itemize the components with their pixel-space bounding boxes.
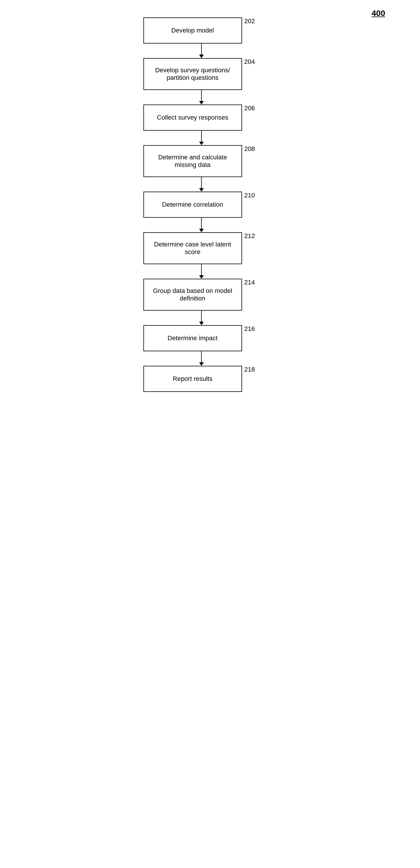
step-box-206: Collect survey responses bbox=[143, 104, 242, 131]
step-row-206: Collect survey responses 206 bbox=[143, 104, 277, 131]
step-label-206: Collect survey responses bbox=[157, 114, 228, 121]
step-row-212: Determine case level latent score 212 bbox=[143, 232, 277, 264]
step-number-210: 210 bbox=[245, 192, 255, 199]
step-number-212: 212 bbox=[245, 232, 255, 240]
step-number-208: 208 bbox=[245, 145, 255, 153]
diagram-container: 400 Develop model 202 Develop survey que… bbox=[0, 0, 420, 868]
arrow-206-208 bbox=[199, 131, 204, 145]
step-number-216: 216 bbox=[245, 325, 255, 333]
step-box-204: Develop survey questions/ partition ques… bbox=[143, 58, 242, 90]
step-box-202: Develop model bbox=[143, 18, 242, 43]
arrow-216-218 bbox=[199, 351, 204, 366]
step-row-210: Determine correlation 210 bbox=[143, 192, 277, 218]
arrow-204-206 bbox=[199, 90, 204, 104]
step-label-212: Determine case level latent score bbox=[154, 241, 231, 256]
step-row-202: Develop model 202 bbox=[143, 18, 277, 43]
arrow-208-210 bbox=[199, 177, 204, 192]
step-box-210: Determine correlation bbox=[143, 192, 242, 218]
flow-wrapper: Develop model 202 Develop survey questio… bbox=[152, 18, 268, 392]
arrow-214-216 bbox=[199, 311, 204, 325]
step-box-214: Group data based on model definition bbox=[143, 279, 242, 311]
step-number-202: 202 bbox=[245, 18, 255, 25]
step-label-214: Group data based on model definition bbox=[153, 287, 232, 302]
step-box-212: Determine case level latent score bbox=[143, 232, 242, 264]
step-number-214: 214 bbox=[245, 279, 255, 286]
step-row-218: Report results 218 bbox=[143, 366, 277, 392]
step-number-206: 206 bbox=[245, 104, 255, 112]
step-row-216: Determine impact 216 bbox=[143, 325, 277, 351]
step-label-208: Determine and calculate missing data bbox=[158, 154, 227, 169]
step-box-208: Determine and calculate missing data bbox=[143, 145, 242, 177]
step-box-218: Report results bbox=[143, 366, 242, 392]
step-row-214: Group data based on model definition 214 bbox=[143, 279, 277, 311]
step-number-218: 218 bbox=[245, 366, 255, 373]
step-box-216: Determine impact bbox=[143, 325, 242, 351]
arrow-212-214 bbox=[199, 264, 204, 279]
step-label-202: Develop model bbox=[171, 27, 214, 34]
step-label-204: Develop survey questions/ partition ques… bbox=[155, 66, 230, 82]
step-number-204: 204 bbox=[245, 58, 255, 66]
step-label-218: Report results bbox=[173, 375, 213, 383]
step-row-204: Develop survey questions/ partition ques… bbox=[143, 58, 277, 90]
arrow-210-212 bbox=[199, 218, 204, 232]
arrow-202-204 bbox=[199, 43, 204, 58]
figure-number: 400 bbox=[371, 9, 385, 18]
step-row-208: Determine and calculate missing data 208 bbox=[143, 145, 277, 177]
step-label-216: Determine impact bbox=[167, 334, 217, 342]
step-label-210: Determine correlation bbox=[162, 201, 223, 209]
